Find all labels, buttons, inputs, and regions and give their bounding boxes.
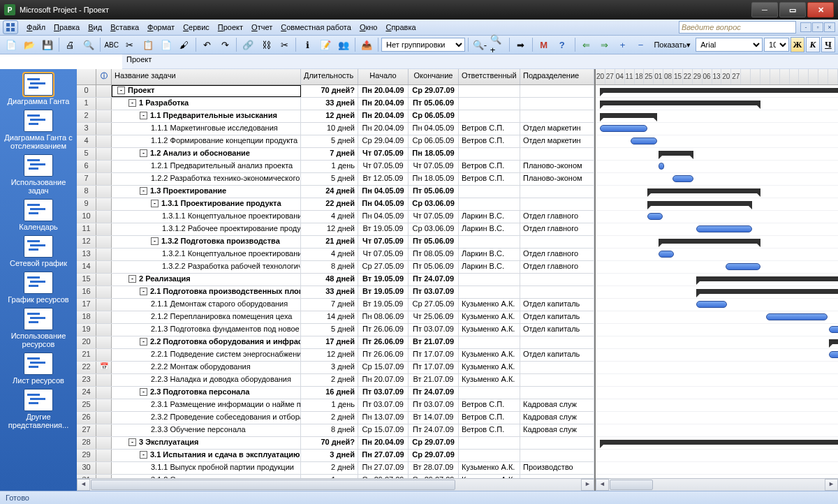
help-button[interactable]: ? (554, 36, 571, 53)
save-button[interactable]: 💾 (39, 36, 56, 53)
table-row[interactable]: 20-2.2 Подготовка оборудования и инфраст… (77, 336, 594, 349)
duration-column[interactable]: Длительность (301, 69, 358, 84)
task-bar[interactable] (829, 326, 838, 333)
menu-формат[interactable]: Формат (143, 22, 179, 33)
table-row[interactable]: 212.2.1 Подведение систем энергоснабжени… (77, 349, 594, 362)
menu-справка[interactable]: Справка (381, 22, 420, 33)
table-row[interactable]: 1-1 Разработка33 днейПн 20.04.09Пт 05.06… (77, 98, 594, 110)
bold-button[interactable]: Ж (791, 37, 804, 52)
table-row[interactable]: 131.3.2.1 Концептуальное проектирование … (77, 249, 594, 261)
table-row[interactable]: 24-2.3 Подготовка персонала16 днейПт 03.… (77, 387, 594, 399)
table-row[interactable]: 5-1.2 Анализ и обоснование7 днейЧт 07.05… (77, 148, 594, 161)
summary-bar[interactable] (647, 188, 760, 193)
table-row[interactable]: 41.1.2 Формирование концепции продукта5 … (77, 135, 594, 148)
table-row[interactable]: 71.2.2 Разработка технико-экономического… (77, 173, 594, 186)
help-search-input[interactable]: Введите вопрос (679, 21, 796, 34)
gantt-chart[interactable]: 202704111825010815222906132027 ◄► (596, 69, 838, 491)
unlink-button[interactable]: ⛓ (258, 36, 274, 53)
open-button[interactable]: 📂 (21, 36, 38, 53)
office-button[interactable] (3, 20, 18, 34)
underline-button[interactable]: Ч (821, 37, 835, 52)
show-subtasks-button[interactable]: + (615, 36, 631, 53)
table-row[interactable]: 252.3.1 Размещение информации о найме пе… (77, 399, 594, 412)
table-row[interactable]: 28-3 Эксплуатация70 дней?Пн 20.04.09Ср 2… (77, 437, 594, 450)
summary-bar[interactable] (600, 440, 838, 445)
print-preview-button[interactable]: 🔍 (80, 36, 97, 53)
task-bar[interactable] (766, 313, 828, 320)
task-table[interactable]: ⓘ Название задачи Длительность Начало Ок… (77, 69, 596, 491)
menu-проект[interactable]: Проект (214, 22, 247, 33)
info-column[interactable]: ⓘ (96, 69, 112, 84)
view-resource-sheet[interactable]: Лист ресурсов (3, 353, 73, 385)
minimize-button[interactable]: ─ (751, 2, 778, 17)
mdi-close-button[interactable]: × (824, 22, 835, 32)
hide-subtasks-button[interactable]: − (633, 36, 649, 53)
zoom-in-button[interactable]: 🔍+ (490, 36, 506, 53)
task-bar[interactable] (726, 263, 760, 270)
show-dropdown[interactable]: Показать ▾ (650, 36, 694, 53)
table-row[interactable]: 101.3.1.1 Концептуальное проектирование … (77, 211, 594, 223)
table-row[interactable]: 22📅2.2.2 Монтаж оборудования3 днейСр 15.… (77, 362, 594, 374)
table-row[interactable]: 61.2.1 Предварительный анализ проекта1 д… (77, 161, 594, 173)
spellcheck-button[interactable]: ABC (103, 36, 120, 53)
responsible-column[interactable]: Ответственный (459, 69, 520, 84)
redo-button[interactable]: ↷ (216, 36, 233, 53)
format-painter-button[interactable]: 🖌 (176, 36, 193, 53)
menu-вид[interactable]: Вид (84, 22, 106, 33)
department-column[interactable]: Подразделение (520, 69, 594, 84)
menu-вставка[interactable]: Вставка (106, 22, 143, 33)
summary-bar[interactable] (659, 151, 693, 156)
table-row[interactable]: 0-Проект70 дней?Пн 20.04.09Ср 29.07.09 (77, 85, 594, 98)
view-task-usage[interactable]: Использование задач (3, 154, 73, 195)
table-row[interactable]: 16-2.1 Подготовка производственных площа… (77, 286, 594, 299)
ms-project-icon[interactable]: M (536, 36, 552, 53)
view-calendar[interactable]: Календарь (3, 199, 73, 231)
task-bar[interactable] (672, 175, 693, 182)
view-gantt-track[interactable]: Диаграмма Ганта с отслеживанием (3, 110, 73, 150)
summary-bar[interactable] (600, 101, 760, 105)
task-bar[interactable] (659, 251, 674, 258)
split-button[interactable]: ✂ (276, 36, 293, 53)
summary-bar[interactable] (696, 289, 838, 294)
task-bar[interactable] (647, 213, 663, 220)
mdi-restore-button[interactable]: ▫ (812, 22, 823, 32)
menu-сервис[interactable]: Сервис (179, 22, 214, 33)
new-button[interactable]: 📄 (3, 36, 20, 53)
cut-button[interactable]: ✂ (122, 36, 138, 53)
table-row[interactable]: 172.1.1 Демонтаж старого оборудования7 д… (77, 299, 594, 311)
italic-button[interactable]: К (806, 37, 820, 52)
summary-bar[interactable] (696, 276, 838, 281)
table-row[interactable]: 192.1.3 Подготовка фундаментов под новое… (77, 324, 594, 336)
task-bar[interactable] (631, 138, 657, 144)
table-row[interactable]: 182.1.2 Перепланировка помещения цеха14 … (77, 311, 594, 324)
gantt-h-scrollbar[interactable]: ◄► (596, 478, 838, 491)
view-resource-graph[interactable]: График ресурсов (3, 272, 73, 304)
table-row[interactable]: 8-1.3 Проектирование24 днейПн 04.05.09Пт… (77, 186, 594, 198)
mdi-minimize-button[interactable]: - (800, 22, 811, 32)
summary-bar[interactable] (659, 239, 760, 244)
table-row[interactable]: 15-2 Реализация48 днейВт 19.05.09Пт 24.0… (77, 274, 594, 286)
indent-button[interactable]: ⇒ (596, 36, 613, 53)
view-gantt[interactable]: Диаграмма Ганта (3, 73, 73, 105)
link-button[interactable]: 🔗 (240, 36, 256, 53)
start-column[interactable]: Начало (358, 69, 409, 84)
summary-bar[interactable] (647, 201, 752, 206)
view-other-views[interactable]: Другие представления... (3, 389, 73, 429)
undo-button[interactable]: ↶ (199, 36, 216, 53)
copy-button[interactable]: 📋 (140, 36, 156, 53)
zoom-out-button[interactable]: 🔍- (471, 36, 488, 53)
summary-bar[interactable] (600, 113, 657, 118)
task-bar[interactable] (696, 225, 752, 232)
finish-column[interactable]: Окончание (409, 69, 459, 84)
table-row[interactable]: 9-1.3.1 Проектирование продукта22 днейПн… (77, 198, 594, 211)
menu-окно[interactable]: Окно (355, 22, 382, 33)
font-select[interactable]: Arial (696, 38, 763, 52)
table-row[interactable]: 141.3.2.2 Разработка рабочей технологиче… (77, 261, 594, 274)
menu-совместная работа[interactable]: Совместная работа (277, 22, 355, 33)
info-button[interactable]: ℹ (299, 36, 316, 53)
view-resource-usage[interactable]: Использование ресурсов (3, 308, 73, 348)
task-bar[interactable] (696, 301, 727, 308)
table-row[interactable]: 31.1.1 Маркетинговые исследования10 дней… (77, 123, 594, 135)
print-button[interactable]: 🖨 (62, 36, 79, 53)
font-size-select[interactable]: 10 (764, 38, 789, 52)
